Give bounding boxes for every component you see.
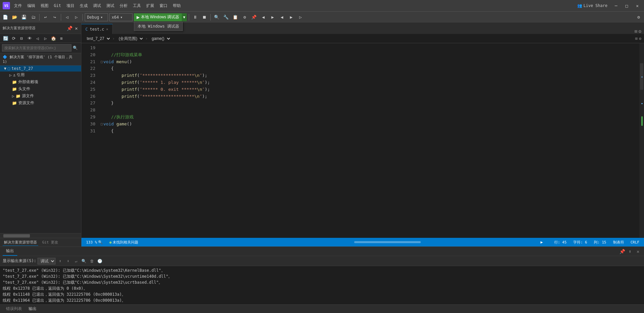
tree-item-references[interactable]: ▷ ⚓ 引用: [0, 72, 81, 78]
status-col[interactable]: 列: 15: [592, 238, 608, 246]
output-source-select[interactable]: 调试: [38, 258, 55, 264]
breadcrumb-settings-btn[interactable]: ⚙: [639, 36, 641, 41]
collapse-btn-21[interactable]: □: [101, 59, 103, 66]
sidebar-show-all-btn[interactable]: 👁: [26, 35, 33, 42]
menu-window[interactable]: 窗口: [157, 2, 170, 10]
menu-git[interactable]: Git: [51, 2, 64, 9]
output-down-btn[interactable]: ⬇: [65, 258, 71, 264]
open-btn[interactable]: 📂: [11, 13, 19, 21]
menu-edit[interactable]: 编辑: [25, 2, 38, 10]
output-clock-btn[interactable]: 🕐: [97, 258, 103, 264]
tree-item-resources[interactable]: 📁 资源文件: [0, 99, 81, 106]
output-up-btn[interactable]: ⬆: [57, 258, 63, 264]
tab-close-btn[interactable]: ✕: [106, 27, 108, 31]
status-line-ending[interactable]: CRLF: [629, 238, 642, 246]
run-dropdown-arrow[interactable]: ▾: [182, 13, 187, 21]
toolbar-btn-6[interactable]: ⏹: [200, 13, 208, 21]
code-content[interactable]: //打印游戏菜单 □void menu() { printf(″********…: [98, 43, 639, 238]
panel-pin-btn[interactable]: 📌: [619, 248, 625, 255]
save-btn[interactable]: 💾: [20, 13, 28, 21]
breadcrumb-file-select[interactable]: test_7_27: [84, 35, 111, 42]
status-scroll-arrow[interactable]: ▶: [540, 240, 543, 244]
search-icon[interactable]: 🔍: [71, 46, 79, 50]
sidebar-sync-btn[interactable]: 🔄: [2, 35, 9, 42]
breadcrumb-scope-select[interactable]: (全局范围): [116, 35, 144, 42]
back-btn[interactable]: ◁: [63, 13, 71, 21]
menu-view[interactable]: 视图: [38, 2, 51, 10]
sidebar-forward-btn[interactable]: ▷: [42, 35, 49, 42]
search-input[interactable]: [2, 44, 71, 52]
sidebar-filter-btn[interactable]: ≡: [58, 35, 65, 42]
toolbar-btn-12[interactable]: ◀: [259, 13, 267, 21]
debug-config-dropdown[interactable]: Debug ▾: [85, 13, 108, 21]
minimap-scrollbar[interactable]: [639, 43, 644, 238]
menu-tools[interactable]: 工具: [130, 2, 144, 10]
bottom-tab-output[interactable]: 输出: [25, 305, 40, 313]
tab-settings-btn[interactable]: ⚙: [639, 29, 641, 34]
redo-btn[interactable]: ↪: [51, 13, 59, 21]
output-wrap-btn[interactable]: ↵: [73, 258, 79, 264]
breadcrumb-func-select[interactable]: game(): [149, 35, 171, 42]
tree-item-headers[interactable]: 📁 头文件: [0, 85, 81, 92]
status-char[interactable]: 字符: 6: [571, 238, 589, 246]
toolbar-btn-5[interactable]: ⏸: [191, 13, 199, 21]
toolbar-btn-15[interactable]: ▶: [287, 13, 295, 21]
sidebar-home-btn[interactable]: 🏠: [50, 35, 57, 42]
tree-item-sources[interactable]: ▷ 📁 源文件: [0, 92, 81, 99]
menu-help[interactable]: 帮助: [170, 2, 183, 10]
live-share-button[interactable]: 👥 Live Share: [575, 3, 609, 9]
forward-btn[interactable]: ▷: [72, 13, 80, 21]
new-project-btn[interactable]: 📄: [1, 13, 9, 21]
bottom-tab-errors[interactable]: 错误列表: [3, 305, 25, 313]
menu-project[interactable]: 项目: [64, 2, 77, 10]
close-button[interactable]: ✕: [633, 2, 641, 10]
status-errors[interactable]: ● 未找到相关问题: [107, 238, 140, 246]
sidebar-refresh-btn[interactable]: ⟳: [10, 35, 17, 42]
menu-test[interactable]: 测试: [104, 2, 117, 10]
settings-btn[interactable]: ⚙: [635, 13, 643, 21]
menu-build[interactable]: 生成: [77, 2, 90, 10]
project-node[interactable]: ▼ □ test_7_27: [0, 66, 81, 72]
panel-close-btn[interactable]: ✕: [635, 248, 641, 255]
sidebar-tab-git[interactable]: Git 更改: [41, 239, 60, 245]
status-scroll-thumb[interactable]: [354, 241, 421, 243]
save-all-btn[interactable]: 🗂: [29, 13, 37, 21]
platform-dropdown[interactable]: x64 ▾: [109, 13, 133, 21]
output-search-btn[interactable]: 🔍: [81, 258, 87, 264]
menu-debug[interactable]: 调试: [90, 2, 104, 10]
toolbar-btn-7[interactable]: 🔍: [213, 13, 221, 21]
run-main-btn[interactable]: ▶ 本地 Windows 调试器: [134, 13, 182, 21]
toolbar-btn-14[interactable]: ◀: [278, 13, 286, 21]
sidebar-scrollbar[interactable]: [0, 233, 81, 238]
maximize-button[interactable]: □: [623, 2, 631, 10]
sidebar-back-btn[interactable]: ◁: [34, 35, 41, 42]
output-clear-btn[interactable]: 🗑: [89, 258, 95, 264]
editor-scrollbar[interactable]: [639, 43, 644, 238]
tree-item-external-deps[interactable]: 📁 外部依赖项: [0, 78, 81, 85]
menu-extensions[interactable]: 扩展: [144, 2, 157, 10]
toolbar-btn-10[interactable]: ⚙: [241, 13, 249, 21]
undo-btn[interactable]: ↩: [42, 13, 50, 21]
tab-list-btn[interactable]: ⊞: [634, 29, 637, 34]
toolbar-btn-9[interactable]: 📋: [231, 13, 239, 21]
sidebar-close-btn[interactable]: ✕: [74, 25, 78, 32]
scroll-thumb[interactable]: [640, 63, 643, 90]
minimize-button[interactable]: ─: [612, 2, 620, 10]
panel-maximize-btn[interactable]: ⬆: [627, 248, 633, 255]
menu-file[interactable]: 文件: [11, 2, 25, 10]
editor-tab-testc[interactable]: C test.c ✕: [81, 24, 113, 34]
sidebar-collapse-btn[interactable]: ⊟: [18, 35, 25, 42]
collapse-btn-30[interactable]: □: [101, 121, 103, 128]
status-tab-type[interactable]: 制表符: [611, 238, 626, 246]
panel-tab-output[interactable]: 输出: [3, 247, 17, 256]
sidebar-pin-btn[interactable]: 📌: [66, 25, 73, 32]
toolbar-btn-13[interactable]: ▶: [268, 13, 276, 21]
toolbar-btn-8[interactable]: 🔧: [222, 13, 230, 21]
status-row[interactable]: 行: 45: [552, 238, 569, 246]
status-zoom[interactable]: 133 % 🔍: [84, 238, 105, 246]
toolbar-btn-16[interactable]: ▷: [296, 13, 304, 21]
toolbar-btn-11[interactable]: 📌: [250, 13, 258, 21]
menu-analyze[interactable]: 分析: [117, 2, 130, 10]
sidebar-tab-solution[interactable]: 解决方案资源管理器: [3, 239, 38, 246]
breadcrumb-expand-btn[interactable]: ⊞: [635, 36, 638, 41]
